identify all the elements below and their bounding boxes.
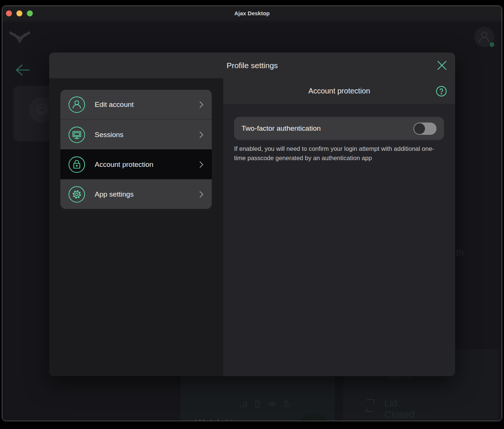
menu-item-account-protection[interactable]: Account protection	[60, 149, 212, 179]
modal-header: Profile settings	[49, 53, 455, 78]
chevron-right-icon	[199, 161, 204, 168]
menu-item-label: Account protection	[95, 161, 199, 169]
app-content: th Watch Live 100%	[2, 21, 502, 421]
two-factor-description: If enabled, you will need to confirm you…	[234, 144, 438, 163]
menu-item-sessions[interactable]: Sessions	[60, 120, 212, 149]
monitor-icon	[68, 126, 85, 143]
modal-title: Profile settings	[49, 53, 455, 78]
settings-sidebar: Edit account Sessions	[49, 78, 223, 376]
menu-item-label: App settings	[95, 190, 199, 198]
profile-settings-modal: Profile settings	[49, 53, 455, 376]
chevron-right-icon	[199, 101, 204, 108]
menu-item-label: Sessions	[95, 131, 199, 139]
two-factor-toggle[interactable]	[413, 123, 437, 135]
menu-item-edit-account[interactable]: Edit account	[60, 90, 212, 120]
account-protection-panel: Account protection Two-factor authentica…	[223, 78, 455, 376]
title-bar: Ajax Desktop	[2, 6, 502, 21]
chevron-right-icon	[199, 131, 204, 139]
panel-title: Account protection	[223, 78, 455, 104]
menu-item-label: Edit account	[95, 101, 199, 109]
toggle-knob	[414, 123, 425, 134]
lock-icon	[68, 156, 85, 173]
menu-item-app-settings[interactable]: App settings	[60, 179, 212, 209]
two-factor-toggle-row: Two-factor authentication	[234, 117, 444, 140]
app-window: Ajax Desktop	[2, 6, 502, 421]
window-title: Ajax Desktop	[2, 6, 502, 21]
help-icon[interactable]	[436, 86, 447, 97]
user-icon	[68, 96, 85, 113]
settings-menu: Edit account Sessions	[60, 90, 212, 209]
gear-icon	[68, 186, 85, 203]
chevron-right-icon	[199, 191, 204, 198]
two-factor-label: Two-factor authentication	[242, 124, 413, 133]
close-icon[interactable]	[437, 60, 447, 71]
panel-header: Account protection	[223, 78, 455, 104]
